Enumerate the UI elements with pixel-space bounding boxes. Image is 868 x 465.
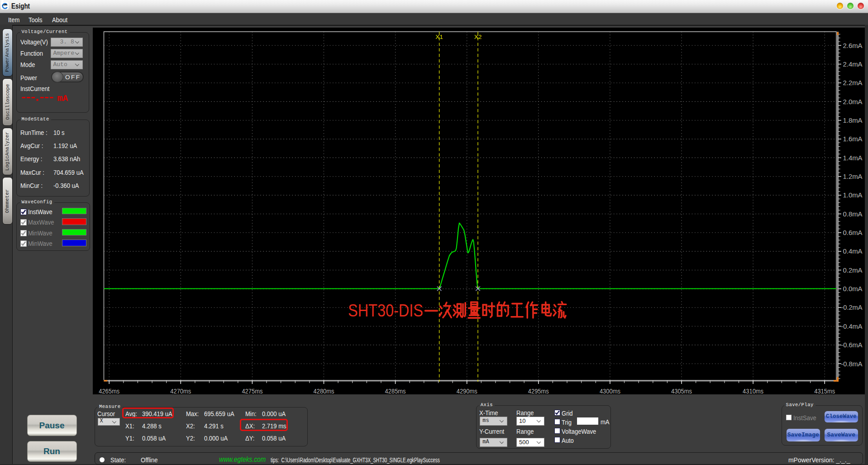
- svg-text:mA: mA: [57, 94, 68, 104]
